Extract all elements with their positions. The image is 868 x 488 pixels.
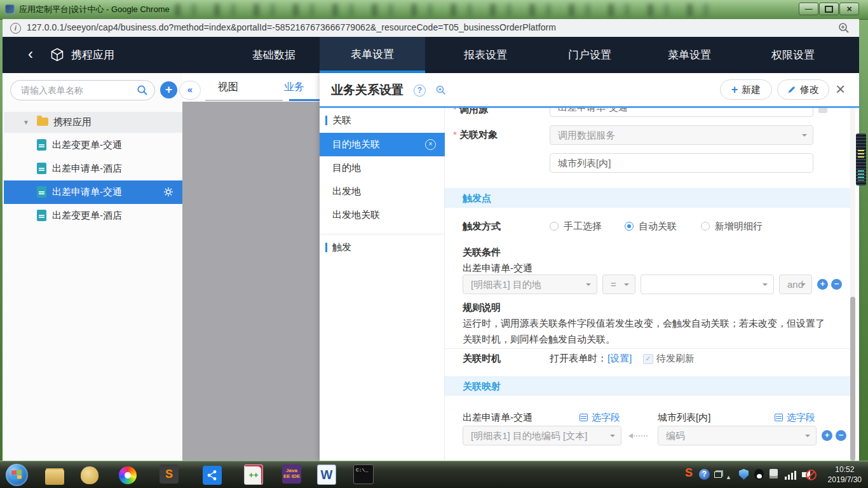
mapping-left-pick-link[interactable]: 选字段: [592, 412, 620, 424]
timing-settings-link[interactable]: [设置]: [607, 353, 632, 365]
new-button[interactable]: + 新建: [720, 79, 772, 100]
service-field[interactable]: 城市列表[内]: [550, 153, 813, 173]
tree-item[interactable]: 出差变更单-交通: [4, 133, 182, 157]
tray-network-signal-icon[interactable]: [785, 470, 796, 480]
gear-icon[interactable]: [163, 187, 173, 197]
mapping-right-pick-link[interactable]: 选字段: [787, 412, 815, 424]
condition-field-select[interactable]: [明细表1] 目的地: [463, 274, 597, 294]
add-condition-button[interactable]: +: [817, 279, 828, 290]
tree-item[interactable]: 出差变更单-酒店: [4, 204, 182, 227]
menu-item-departure-relation[interactable]: 出发地关联: [320, 203, 445, 227]
taskbar-share-tool-icon[interactable]: [201, 464, 223, 486]
taskbar-javaee-ide-icon[interactable]: Java EE IDE: [282, 464, 301, 484]
taskbar-navicat-icon[interactable]: [79, 464, 100, 486]
scrollbar-thumb[interactable]: [850, 297, 855, 461]
page-info-icon[interactable]: i: [10, 23, 21, 34]
folder-label: 携程应用: [53, 116, 92, 128]
target-select[interactable]: 调用数据服务: [550, 125, 813, 145]
sidebar-collapse-button[interactable]: «: [179, 81, 201, 100]
window-titlebar[interactable]: 应用定制平台|设计中心 - Google Chrome — ×: [0, 0, 868, 20]
taskbar-browser-icon[interactable]: [117, 464, 139, 486]
dialog-scrollbar: [850, 108, 855, 461]
radio-auto[interactable]: [625, 222, 634, 231]
taskbar-notepad-icon[interactable]: ++: [244, 464, 263, 485]
chevron-down-icon: [801, 283, 806, 288]
remove-condition-button[interactable]: −: [831, 279, 842, 290]
add-mapping-button[interactable]: +: [822, 430, 832, 441]
tree-item[interactable]: 出差申请单-酒店: [4, 157, 182, 180]
tree-folder-row[interactable]: ▼ 携程应用: [4, 112, 182, 133]
mapping-right-field-select[interactable]: 编码: [658, 426, 817, 445]
taskbar-cmd-icon[interactable]: C:\_: [353, 464, 374, 484]
pending-refresh-checkbox[interactable]: ✓: [643, 354, 653, 364]
condition-operator-select[interactable]: =: [602, 274, 635, 294]
zoom-icon[interactable]: [837, 22, 850, 34]
tab-business[interactable]: 业务: [284, 81, 304, 94]
tray-qq-icon[interactable]: [754, 469, 764, 480]
add-form-button[interactable]: +: [160, 81, 177, 98]
condition-value-select[interactable]: [641, 274, 774, 294]
tray-plugin-icon[interactable]: [770, 469, 778, 478]
taskbar-word-icon[interactable]: W: [317, 464, 336, 485]
maximize-button[interactable]: [819, 3, 839, 15]
nav-tab-report-settings[interactable]: 报表设置: [464, 37, 507, 73]
nav-tab-permission-settings[interactable]: 权限设置: [771, 37, 815, 73]
radio-manual[interactable]: [550, 222, 559, 231]
menu-item-departure[interactable]: 出发地: [320, 180, 445, 203]
pending-refresh-label[interactable]: 待发刷新: [656, 353, 695, 365]
radio-new-detail-row-label[interactable]: 新增明细行: [715, 220, 763, 233]
tray-window-icon[interactable]: [714, 471, 722, 478]
menu-item-label: 目的地: [332, 162, 361, 174]
nav-tab-menu-settings[interactable]: 菜单设置: [668, 37, 711, 73]
url-text[interactable]: 127.0.0.1/seeyon/cap4/business.do?method…: [27, 22, 556, 32]
tray-security-shield-icon[interactable]: [739, 469, 749, 480]
address-bar[interactable]: i 127.0.0.1/seeyon/cap4/business.do?meth…: [3, 19, 859, 37]
tray-hidden-icons-arrow[interactable]: ▲: [726, 471, 731, 483]
close-window-button[interactable]: ×: [839, 3, 859, 15]
tray-sogou-icon[interactable]: S: [685, 467, 693, 478]
menu-item-label: 出发地关联: [332, 209, 380, 221]
start-button[interactable]: [6, 464, 28, 486]
taskbar: S ++ Java EE IDE W C:\_ S ? ▲ 10:52 2019…: [0, 461, 868, 488]
menu-item-destination[interactable]: 目的地: [320, 156, 445, 180]
radio-new-detail-row[interactable]: [701, 222, 710, 231]
taskbar-clock[interactable]: 10:52 2019/7/30: [828, 464, 862, 485]
window-controls: — ×: [799, 3, 859, 15]
search-icon[interactable]: [137, 85, 148, 96]
condition-logic-select[interactable]: and: [779, 274, 812, 294]
radio-manual-label[interactable]: 手工选择: [564, 220, 602, 233]
mapping-left-field-select[interactable]: [明细表1] 目的地编码 [文本]: [463, 426, 621, 445]
minimize-button[interactable]: —: [799, 3, 818, 15]
tree-item-selected[interactable]: 出差申请单-交通: [4, 180, 182, 204]
clock-time: 10:52: [828, 464, 862, 475]
app-cube-icon[interactable]: [50, 47, 65, 62]
search-box[interactable]: [10, 80, 155, 100]
close-dialog-icon[interactable]: ×: [836, 81, 845, 97]
radio-auto-label[interactable]: 自动关联: [639, 220, 677, 233]
remove-item-icon[interactable]: ×: [425, 139, 436, 150]
group-marker: [325, 243, 327, 252]
taskbar-sublime-icon[interactable]: S: [159, 464, 179, 484]
source-field[interactable]: 出差申请单-交通: [550, 108, 813, 117]
tree-expand-icon[interactable]: ▼: [23, 119, 29, 126]
timing-prefix: 打开表单时：: [550, 353, 607, 365]
modify-button[interactable]: 修改: [777, 79, 829, 100]
nav-tab-basic-data[interactable]: 基础数据: [252, 37, 295, 73]
tray-help-icon[interactable]: ?: [699, 469, 710, 480]
nav-tab-form-settings[interactable]: 表单设置: [320, 37, 425, 73]
maximize-dialog-icon[interactable]: [435, 85, 447, 96]
menu-group-trigger: 触发: [320, 235, 445, 259]
remove-mapping-button[interactable]: −: [836, 430, 846, 441]
source-extra-button[interactable]: [818, 108, 827, 113]
taskbar-explorer-icon[interactable]: [44, 464, 65, 486]
tray-volume-muted-icon[interactable]: [802, 472, 806, 477]
menu-item-destination-relation[interactable]: 目的地关联 ×: [320, 133, 445, 156]
nav-tab-portal-settings[interactable]: 门户设置: [568, 37, 611, 73]
mapping-right-table: 城市列表[内]: [658, 412, 710, 424]
chevron-down-icon: [805, 435, 810, 440]
rule-text-line2: 关联时机，则同样会触发自动关联。: [463, 331, 615, 347]
tab-view[interactable]: 视图: [218, 81, 238, 94]
search-input[interactable]: [20, 83, 130, 97]
help-icon[interactable]: ?: [414, 85, 426, 97]
back-icon[interactable]: ‹: [28, 45, 33, 63]
